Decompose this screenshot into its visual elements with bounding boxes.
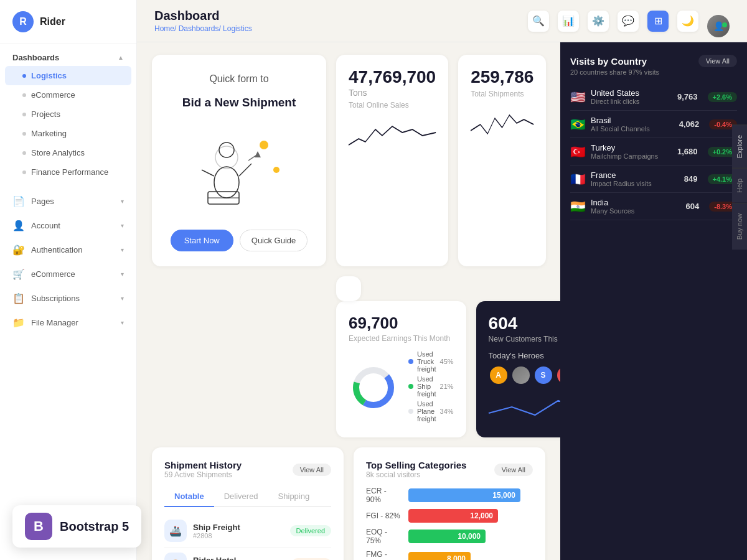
flag-tr: 🇹🇷 [570,144,586,159]
sidebar-nav-pages[interactable]: 📄 Pages ▾ [0,189,136,213]
top-grid: Quick form to Bid a New Shipment [152,55,545,266]
donut-container: Used Truck freight 45% Used Ship freight… [349,350,454,425]
shipments-num: 259,786 [471,67,533,86]
visits-title-row: Visits by Country View All [570,55,737,67]
sidebar-item-label: eCommerce [31,90,75,100]
total-shipments-card: 259,786 Total Shipments [458,55,546,266]
dot-icon [22,74,26,78]
country-name-tr: Turkey [591,143,672,152]
sidebar-item-ecommerce[interactable]: eCommerce [5,85,131,105]
sidebar-nav-files[interactable]: 📁 File Manager ▾ [0,310,136,335]
chart-icon-btn[interactable]: 📊 [558,11,579,32]
dashboards-section[interactable]: Dashboards ▲ [0,44,136,66]
svg-point-6 [273,167,280,173]
ship-info-1: Ship Freight #2808 [193,523,284,539]
bid-title: Bid a New Shipment [182,96,296,110]
bar-label-fmg: FMG - 60% [366,550,403,560]
bid-buttons: Start Now Quick Guide [171,230,308,251]
tab-notable[interactable]: Notable [164,487,214,507]
bar-fmg: FMG - 60% 8,000 [366,550,533,560]
sidebar-nav-ecommerce[interactable]: 🛒 eCommerce ▾ [0,262,136,286]
country-val-us: 9,763 [677,92,698,101]
dashboard-body: Quick form to Bid a New Shipment [137,42,747,560]
country-val-in: 604 [686,202,700,211]
country-sub-fr: Impact Radius visits [591,180,679,187]
sidebar-item-marketing[interactable]: Marketing [5,124,131,143]
bar-track-eoq: 10,000 [408,530,533,543]
sidebar-nav-auth[interactable]: 🔐 Authentication ▾ [0,238,136,262]
ship-icon-1: 🚢 [164,520,187,542]
country-info-in: India Many Sources [591,198,681,215]
svg-marker-10 [255,151,261,157]
shipments-label: Total Shipments [471,90,533,98]
top-selling-view-all[interactable]: View All [494,464,533,476]
sidebar-item-logistics[interactable]: Logistics [5,66,131,85]
country-sub-tr: Mailchimp Campaigns [591,152,672,160]
avatar-container: 👤 [707,15,730,27]
logo-text: Rider [40,16,65,27]
sidebar-logo[interactable]: R Rider [0,0,136,44]
bar-track-fgi: 12,000 [408,509,533,523]
country-val-fr: 849 [684,174,698,184]
flag-in: 🇮🇳 [570,199,586,214]
bottom-grid: Shipment History 59 Active Shipments Vie… [152,447,545,560]
start-now-button[interactable]: Start Now [171,230,233,251]
customers-card: 604 New Customers This Month Today's Her… [476,301,560,437]
customers-chart [489,391,560,425]
dot-icon [22,151,26,155]
chat-icon-btn[interactable]: 💬 [618,11,639,32]
country-fr: 🇫🇷 France Impact Radius visits 849 +4.1% [570,166,737,193]
subscriptions-icon: 📋 [12,292,25,304]
shipment-header: Shipment History 59 Active Shipments Vie… [164,460,331,479]
country-val-tr: 1,680 [677,147,698,156]
flag-us: 🇺🇸 [570,90,586,105]
legend-plane: Used Plane freight 34% [408,400,454,422]
ship-info-2: Rider Hotel #2807 [193,556,286,561]
truck-pct: 45% [440,358,454,365]
customers-label: New Customers This Month [489,335,560,343]
quick-guide-button[interactable]: Quick Guide [240,230,308,251]
top-selling-card: Top Selling Categories 8k social visitor… [354,447,545,560]
chevron-down-icon: ▾ [121,246,124,253]
chevron-down-icon: ▾ [121,319,124,326]
file-icon: 📁 [12,317,25,329]
sidebar: R Rider Dashboards ▲ Logistics eCommerce… [0,0,137,560]
country-change-us: +2.6% [708,92,738,102]
search-icon-btn[interactable]: 🔍 [528,11,549,32]
bar-fgi: FGI - 82% 12,000 [366,509,533,523]
sales-unit: Tons [349,88,367,98]
country-sub-br: All Social Channels [591,125,674,133]
ship-id-1: #2808 [193,532,284,539]
svg-point-1 [214,167,239,198]
earnings-grid [152,276,545,301]
header: Dashboard Home/ Dashboards/ Logistics 🔍 … [137,0,747,42]
ship-name-1: Ship Freight [193,523,284,532]
breadcrumb-dashboards: Dashboards/ [179,24,221,33]
shipment-view-all[interactable]: View All [293,464,331,476]
dashboard-main: Quick form to Bid a New Shipment [137,42,560,560]
sidebar-item-store-analytics[interactable]: Store Analytics [5,143,131,162]
visits-view-all[interactable]: View All [698,55,737,67]
sidebar-item-label: Logistics [31,71,67,80]
truck-label: Used Truck freight [417,350,436,373]
ship-dot [408,384,413,389]
sidebar-item-finance[interactable]: Finance Performance [5,162,131,182]
bar-val-fgi: 12,000 [470,511,493,520]
side-tab-buynow[interactable]: Buy now [732,203,747,250]
header-left: Dashboard Home/ Dashboards/ Logistics [154,9,252,33]
settings-icon-btn[interactable]: ⚙️ [588,11,609,32]
sidebar-item-projects[interactable]: Projects [5,105,131,124]
country-tr: 🇹🇷 Turkey Mailchimp Campaigns 1,680 +0.2… [570,138,737,166]
tab-delivered[interactable]: Delivered [214,487,268,507]
sidebar-nav-subscriptions[interactable]: 📋 Subscriptions ▾ [0,286,136,310]
side-tab-explore[interactable]: Explore [732,124,747,168]
theme-icon-btn[interactable]: 🌙 [677,11,698,32]
country-br: 🇧🇷 Brasil All Social Channels 4,062 -0.4… [570,111,737,138]
grid-icon-btn[interactable]: ⊞ [647,11,669,32]
breadcrumb: Home/ Dashboards/ Logistics [154,24,252,33]
side-tab-help[interactable]: Help [732,168,747,203]
earnings-label: Expected Earnings This Month [349,334,454,343]
sidebar-nav-account[interactable]: 👤 Account ▾ [0,213,136,238]
bar-ecr: ECR - 90% 15,000 [366,487,533,504]
tab-shipping[interactable]: Shipping [268,487,320,507]
